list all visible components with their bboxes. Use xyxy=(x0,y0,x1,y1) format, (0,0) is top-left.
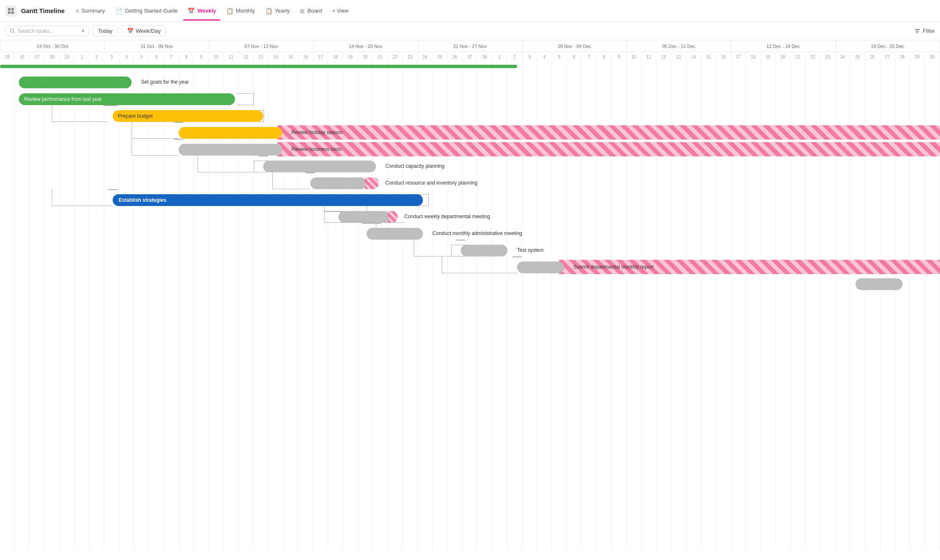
day-label: 7 xyxy=(164,52,179,61)
gantt-scroll[interactable]: 24 Oct - 30 Oct 31 Oct - 06 Nov 07 Nov -… xyxy=(0,40,940,550)
task-bar-test-system[interactable] xyxy=(461,245,508,256)
week-labels: 24 Oct - 30 Oct 31 Oct - 06 Nov 07 Nov -… xyxy=(0,40,940,52)
day-label: 3 xyxy=(104,52,119,61)
task-bar-monthly-meeting[interactable] xyxy=(367,228,423,240)
day-label: 19 xyxy=(761,52,776,61)
tab-summary[interactable]: ≡ Summary xyxy=(71,5,109,17)
task-bar-capacity[interactable] xyxy=(263,161,376,172)
week-label-3: 14 Nov - 20 Nov xyxy=(314,40,418,52)
day-label: 2 xyxy=(90,52,104,61)
day-label: 4 xyxy=(537,52,552,61)
gantt-inner: 24 Oct - 30 Oct 31 Oct - 06 Nov 07 Nov -… xyxy=(0,40,940,550)
search-box[interactable]: Search tasks... ▾ xyxy=(5,26,89,36)
filter-icon xyxy=(914,28,920,34)
tab-weekly[interactable]: 📅 Weekly xyxy=(183,5,220,17)
connector-test-h xyxy=(456,240,465,240)
week-label-5: 28 Nov - 04 Dec xyxy=(523,40,627,52)
connector-submit-v xyxy=(442,256,517,273)
task-bar-review-tools[interactable] xyxy=(179,144,282,156)
weekday-button[interactable]: 📅 Week/Day xyxy=(121,25,166,37)
day-label: 14 xyxy=(686,52,701,61)
day-label: 15 xyxy=(283,52,298,61)
calendar-icon: 📅 xyxy=(127,28,134,34)
connector-capacity-h xyxy=(259,156,268,156)
day-label: 27 xyxy=(30,52,45,61)
app-icon xyxy=(5,5,17,17)
day-label: 3 xyxy=(522,52,537,61)
connector-prepare-budget-v xyxy=(52,105,108,122)
day-label: 13 xyxy=(671,52,686,61)
week-label-4: 21 Nov - 27 Nov xyxy=(418,40,522,52)
task-bar-review-perf[interactable]: Review performance from last year xyxy=(19,93,235,105)
day-label: 12 xyxy=(656,52,671,61)
day-label: 1 xyxy=(492,52,507,61)
task-bar-review-holiday[interactable] xyxy=(179,127,282,139)
top-nav: Gantt Timeline ≡ Summary 📄 Getting Start… xyxy=(0,0,940,22)
day-label: 10 xyxy=(626,52,641,61)
gantt-container: 24 Oct - 30 Oct 31 Oct - 06 Nov 07 Nov -… xyxy=(0,40,940,560)
getting-started-icon: 📄 xyxy=(115,8,122,14)
task-bar-establish[interactable]: Establish strategies xyxy=(113,194,423,206)
task-bar-prepare-budget[interactable]: Prepare budget xyxy=(113,110,263,122)
task-bar-submit-report[interactable] xyxy=(517,262,564,273)
svg-line-5 xyxy=(13,32,15,34)
day-label: 22 xyxy=(805,52,820,61)
day-label: 28 xyxy=(478,52,492,61)
day-label: 5 xyxy=(552,52,567,61)
connector-tools-h xyxy=(174,139,183,140)
tab-board[interactable]: ⊞ Board xyxy=(296,5,326,17)
svg-rect-3 xyxy=(11,11,14,14)
day-label: 26 xyxy=(865,52,880,61)
stripe-review-tools xyxy=(277,142,940,156)
day-label: 21 xyxy=(791,52,805,61)
task-label-monthly-meeting: Conduct monthly administrative meeting xyxy=(433,230,522,236)
add-view-button[interactable]: + View xyxy=(328,5,353,16)
day-label: 13 xyxy=(253,52,268,61)
day-label: 20 xyxy=(358,52,373,61)
day-label: 28 xyxy=(45,52,59,61)
week-label-2: 07 Nov - 13 Nov xyxy=(209,40,314,52)
day-label: 6 xyxy=(567,52,581,61)
tab-getting-started[interactable]: 📄 Getting Started Guide xyxy=(111,5,182,17)
task-label-weekly-meeting: Conduct weekly departmental meeting xyxy=(404,214,490,219)
search-icon xyxy=(10,28,15,34)
connector-establish-h xyxy=(108,189,117,190)
connector-monthly-h xyxy=(362,223,381,224)
day-label: 25 xyxy=(850,52,865,61)
day-label: 18 xyxy=(746,52,760,61)
svg-rect-1 xyxy=(11,8,14,11)
day-label: 18 xyxy=(328,52,343,61)
connector-prepare-budget-h xyxy=(103,105,118,106)
day-label: 10 xyxy=(209,52,224,61)
day-label: 12 xyxy=(239,52,253,61)
connector-tools-v xyxy=(132,139,179,156)
day-label: 17 xyxy=(313,52,328,61)
today-button[interactable]: Today xyxy=(92,25,118,37)
week-label-0: 24 Oct - 30 Oct xyxy=(0,40,105,52)
day-label: 6 xyxy=(149,52,164,61)
connector-inventory-h xyxy=(306,172,315,173)
day-label: 19 xyxy=(343,52,358,61)
task-label-review-holiday: Review holiday season xyxy=(291,129,343,135)
svg-rect-0 xyxy=(8,8,11,11)
day-label: 9 xyxy=(194,52,209,61)
tab-yearly[interactable]: 📋 Yearly xyxy=(261,5,294,17)
task-bar-set-goals[interactable] xyxy=(19,77,132,88)
day-label: 21 xyxy=(373,52,388,61)
day-label: 11 xyxy=(642,52,656,61)
task-bar-weekly-meeting[interactable] xyxy=(338,211,390,223)
task-bar-last[interactable] xyxy=(856,278,903,290)
day-label: 9 xyxy=(612,52,626,61)
filter-button[interactable]: Filter xyxy=(914,28,935,34)
day-label: 15 xyxy=(701,52,716,61)
day-label: 24 xyxy=(418,52,433,61)
day-label: 29 xyxy=(910,52,925,61)
tab-monthly[interactable]: 📋 Monthly xyxy=(222,5,259,17)
task-label-capacity: Conduct capacity planning xyxy=(386,163,445,169)
search-dropdown-icon[interactable]: ▾ xyxy=(82,28,84,34)
task-bar-inventory[interactable] xyxy=(310,177,367,189)
connector-capacity-v xyxy=(198,156,264,172)
day-label: 16 xyxy=(716,52,731,61)
day-label: 20 xyxy=(776,52,790,61)
week-label-7: 12 Dec - 18 Dec xyxy=(731,40,835,52)
